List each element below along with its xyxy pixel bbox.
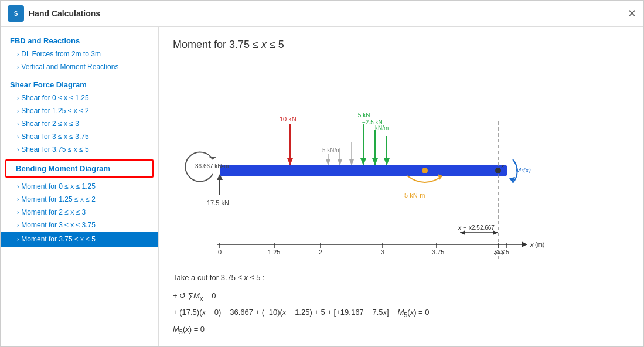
- svg-marker-19: [372, 158, 378, 165]
- sidebar-item-shear-3[interactable]: › Shear for 3 ≤ x ≤ 3.75: [1, 130, 158, 143]
- equation-line-3: M5(x) = 0: [173, 322, 629, 338]
- sidebar-item-moment-1[interactable]: › Moment for 1.25 ≤ x ≤ 2: [1, 193, 158, 206]
- chevron-icon: ›: [17, 236, 19, 243]
- svg-marker-38: [522, 241, 527, 247]
- close-button[interactable]: ✕: [628, 7, 636, 20]
- sidebar: FBD and Reactions › DL Forces from 2m to…: [1, 27, 159, 346]
- sidebar-item-shear-4[interactable]: › Shear for 3.75 ≤ x ≤ 5: [1, 143, 158, 156]
- svg-text:x −: x −: [458, 224, 466, 231]
- svg-text:0: 0: [218, 249, 222, 256]
- content-area: FBD and Reactions › DL Forces from 2m to…: [1, 27, 643, 346]
- chevron-icon: ›: [17, 222, 19, 229]
- svg-marker-33: [460, 230, 465, 235]
- window-title: Hand Calculations: [29, 9, 100, 18]
- chevron-icon: ›: [17, 51, 19, 57]
- skyciv-logo: S: [8, 5, 24, 22]
- svg-marker-1: [209, 157, 216, 159]
- sidebar-section-fbd[interactable]: FBD and Reactions: [1, 33, 158, 47]
- main-content: Moment for 3.75 ≤ x ≤ 5 17.5 kN 36.667 k…: [159, 27, 643, 346]
- sidebar-item-vertical-moment[interactable]: › Vertical and Moment Reactions: [1, 60, 158, 73]
- svg-text:M₅(x): M₅(x): [516, 166, 531, 174]
- svg-text:$x$: $x$: [493, 249, 505, 256]
- svg-text:(m): (m): [535, 241, 545, 248]
- title-bar: S Hand Calculations ✕: [1, 1, 643, 27]
- sidebar-item-moment-3[interactable]: › Moment for 3 ≤ x ≤ 3.75: [1, 219, 158, 232]
- svg-text:3.75: 3.75: [432, 249, 444, 256]
- svg-marker-7: [287, 158, 293, 165]
- equation-line-2: + (17.5)(x − 0) − 36.667 + (−10)(x − 1.2…: [173, 305, 629, 321]
- svg-text:−5 kN: −5 kN: [355, 112, 370, 118]
- svg-rect-0: [220, 165, 507, 176]
- chevron-icon: ›: [17, 95, 19, 101]
- cut-text: Take a cut for 3.75 ≤ x ≤ 5 :: [173, 271, 629, 284]
- svg-text:1.25: 1.25: [268, 249, 280, 256]
- svg-marker-21: [384, 158, 390, 165]
- svg-text:3: 3: [381, 249, 384, 256]
- chevron-icon: ›: [17, 121, 19, 127]
- equation-line-4: ∴ M5(x) = 0 for 3.75 ≤ x ≤ 5: [173, 342, 629, 346]
- sidebar-item-moment-4-active[interactable]: › Moment for 3.75 ≤ x ≤ 5: [1, 232, 158, 247]
- chevron-icon: ›: [17, 183, 19, 190]
- svg-marker-12: [338, 159, 342, 165]
- svg-point-28: [495, 168, 501, 174]
- page-title: Moment for 3.75 ≤ x ≤ 5: [173, 39, 629, 56]
- svg-marker-10: [326, 159, 330, 165]
- sidebar-item-moment-0[interactable]: › Moment for 0 ≤ x ≤ 1.25: [1, 180, 158, 193]
- svg-marker-34: [493, 230, 498, 235]
- equation-line-1: + ↺ ∑Mx = 0: [173, 289, 629, 304]
- math-section: Take a cut for 3.75 ≤ x ≤ 5 : + ↺ ∑Mx = …: [173, 271, 629, 346]
- sidebar-item-moment-2[interactable]: › Moment for 2 ≤ x ≤ 3: [1, 206, 158, 219]
- sidebar-item-shear-2[interactable]: › Shear for 2 ≤ x ≤ 3: [1, 117, 158, 130]
- chevron-icon: ›: [17, 209, 19, 216]
- sidebar-item-shear-0[interactable]: › Shear for 0 ≤ x ≤ 1.25: [1, 91, 158, 104]
- svg-marker-14: [349, 159, 354, 165]
- chevron-icon: ›: [17, 196, 19, 203]
- chevron-icon: ›: [17, 134, 19, 140]
- svg-point-55: [422, 168, 428, 174]
- sidebar-section-shear[interactable]: Shear Force Diagram: [1, 77, 158, 91]
- svg-text:5 kN/m: 5 kN/m: [322, 147, 341, 154]
- svg-text:2: 2: [319, 249, 322, 256]
- svg-text:kN/m: kN/m: [375, 125, 389, 131]
- svg-text:5: 5: [506, 249, 509, 256]
- diagram-container: 17.5 kN 36.667 kN-m 10 kN 5 kN/m: [173, 66, 548, 259]
- chevron-icon: ›: [17, 108, 19, 114]
- diagram-svg: 17.5 kN 36.667 kN-m 10 kN 5 kN/m: [173, 66, 548, 259]
- svg-text:10 kN: 10 kN: [280, 115, 297, 123]
- title-bar-left: S Hand Calculations: [8, 5, 100, 22]
- sidebar-item-shear-1[interactable]: › Shear for 1.25 ≤ x ≤ 2: [1, 104, 158, 117]
- svg-text:x2.52.667: x2.52.667: [469, 224, 495, 231]
- svg-text:x: x: [530, 241, 534, 248]
- svg-marker-17: [360, 158, 366, 165]
- chevron-icon: ›: [17, 147, 19, 153]
- svg-text:5 kN-m: 5 kN-m: [404, 192, 425, 199]
- chevron-icon: ›: [17, 64, 19, 70]
- sidebar-item-dl-forces[interactable]: › DL Forces from 2m to 3m: [1, 47, 158, 60]
- window: S Hand Calculations ✕ FBD and Reactions …: [0, 0, 644, 347]
- svg-text:x: x: [500, 162, 505, 169]
- svg-text:17.5 kN: 17.5 kN: [207, 199, 229, 206]
- sidebar-section-bending[interactable]: Bending Moment Diagram: [16, 164, 143, 173]
- svg-text:36.667 kN-m: 36.667 kN-m: [195, 163, 229, 169]
